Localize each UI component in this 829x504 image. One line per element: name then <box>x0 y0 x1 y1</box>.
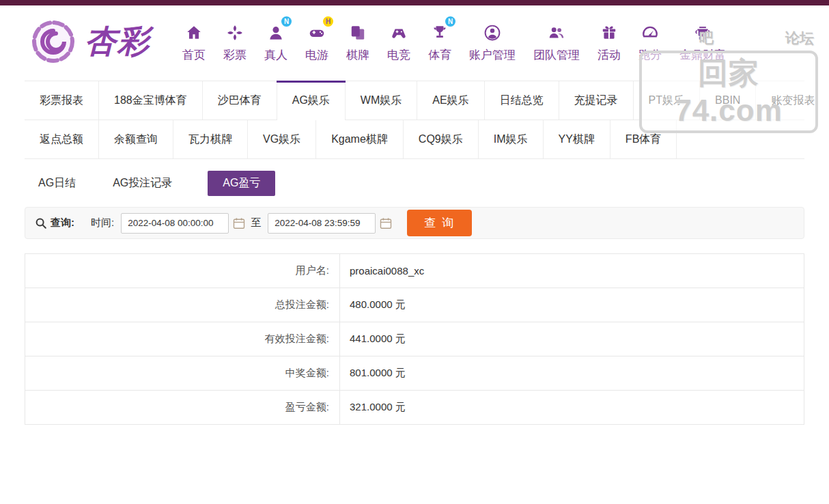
team-icon <box>547 20 566 45</box>
tab-item[interactable]: BBIN <box>700 81 756 120</box>
tab-item[interactable]: 瓦力棋牌 <box>173 120 248 158</box>
esports-controller-icon <box>389 20 408 45</box>
row-value: proaicai0088_xc <box>340 254 804 288</box>
row-label: 中奖金额: <box>25 356 340 391</box>
live-person-icon: N <box>267 20 285 45</box>
nav-item-lottery[interactable]: 彩票 <box>223 20 247 63</box>
table-row: 有效投注金额: 441.0000 元 <box>25 322 804 356</box>
subtab-ag-daily[interactable]: AG日结 <box>37 171 77 196</box>
new-badge: N <box>445 16 455 27</box>
nav-label: 活动 <box>598 47 621 63</box>
nav-label: 电竞 <box>387 47 410 63</box>
tab-item[interactable]: 余额查询 <box>99 120 173 158</box>
nav-label: 电游 <box>305 47 328 63</box>
nav-item-activity[interactable]: 活动 <box>598 20 621 63</box>
tab-item[interactable]: CQ9娱乐 <box>404 120 479 158</box>
gift-icon <box>600 20 618 45</box>
tab-item[interactable]: YY棋牌 <box>544 120 610 158</box>
table-row: 用户名: proaicai0088_xc <box>25 254 804 288</box>
nav-label: 真人 <box>264 47 287 63</box>
main-nav: 首页 彩票 N 真人 H 电游 棋牌 <box>173 20 817 63</box>
search-icon <box>35 217 47 229</box>
calendar-icon[interactable] <box>233 217 245 229</box>
query-submit-button[interactable]: 查 询 <box>407 210 472 236</box>
account-icon <box>483 20 501 45</box>
tab-item[interactable]: 账变报表 <box>756 81 829 120</box>
nav-item-sports[interactable]: N 体育 <box>428 20 451 63</box>
row-value: 321.0000 元 <box>340 391 804 425</box>
tab-row-1: 彩票报表 188金宝博体育 沙巴体育 AG娱乐 WM娱乐 AE娱乐 日结总览 充… <box>25 81 804 120</box>
nav-item-esports[interactable]: 电竞 <box>387 20 410 63</box>
report-tabbar: 彩票报表 188金宝博体育 沙巴体育 AG娱乐 WM娱乐 AE娱乐 日结总览 充… <box>25 81 804 159</box>
ag-subtabs: AG日结 AG投注记录 AG盈亏 <box>25 171 804 196</box>
table-row: 总投注金额: 480.0000 元 <box>25 288 804 322</box>
ag-profit-summary-table: 用户名: proaicai0088_xc 总投注金额: 480.0000 元 有… <box>25 253 804 425</box>
ding-cauldron-icon <box>693 20 712 45</box>
nav-item-egames[interactable]: H 电游 <box>305 20 328 63</box>
table-row: 盈亏金额: 321.0000 元 <box>25 391 804 425</box>
tab-item[interactable]: IM娱乐 <box>479 120 544 158</box>
tab-item[interactable]: FB体育 <box>610 120 677 158</box>
nav-item-wealth[interactable]: 金鼎财富 <box>679 20 726 63</box>
tab-item[interactable]: 返点总额 <box>25 120 99 158</box>
query-bar: 查询: 时间: 至 查 询 <box>25 207 804 239</box>
lottery-icon <box>226 20 244 45</box>
start-datetime-input[interactable] <box>121 213 229 234</box>
nav-label: 体育 <box>428 47 451 63</box>
row-label: 用户名: <box>25 254 340 288</box>
tab-item[interactable]: 188金宝博体育 <box>99 81 203 120</box>
site-logo[interactable]: 杏彩 <box>29 17 150 66</box>
nav-label: 团队管理 <box>533 47 580 63</box>
subtab-ag-bet-records[interactable]: AG投注记录 <box>111 171 173 196</box>
tab-item[interactable]: Kgame棋牌 <box>316 120 404 158</box>
tab-item[interactable]: 日结总览 <box>485 81 559 120</box>
hot-badge: H <box>323 16 333 27</box>
nav-item-paofen[interactable]: 跑分 <box>638 20 662 63</box>
nav-label: 账户管理 <box>469 47 516 63</box>
time-label: 时间: <box>91 216 114 229</box>
speedometer-icon <box>641 20 660 45</box>
query-label: 查询: <box>51 216 74 229</box>
home-icon <box>185 20 203 45</box>
site-header: 杏彩 首页 彩票 N 真人 H 电游 <box>0 5 829 81</box>
nav-item-home[interactable]: 首页 <box>182 20 206 63</box>
nav-label: 棋牌 <box>346 47 369 63</box>
table-row: 中奖金额: 801.0000 元 <box>25 356 804 391</box>
row-value: 441.0000 元 <box>340 322 804 356</box>
row-label: 总投注金额: <box>25 288 340 322</box>
egame-gamepad-icon: H <box>307 20 326 45</box>
tab-item[interactable]: PT娱乐 <box>634 81 700 120</box>
row-value: 480.0000 元 <box>340 288 804 322</box>
row-value: 801.0000 元 <box>340 356 804 391</box>
sports-trophy-icon: N <box>431 20 449 45</box>
subtab-ag-profit-loss[interactable]: AG盈亏 <box>208 171 275 196</box>
main-content: 彩票报表 188金宝博体育 沙巴体育 AG娱乐 WM娱乐 AE娱乐 日结总览 充… <box>0 81 829 425</box>
tab-row-2: 返点总额 余额查询 瓦力棋牌 VG娱乐 Kgame棋牌 CQ9娱乐 IM娱乐 Y… <box>25 120 804 159</box>
tab-item-active-ag[interactable]: AG娱乐 <box>277 81 346 120</box>
end-datetime-input[interactable] <box>268 213 376 234</box>
tab-item[interactable]: 彩票报表 <box>25 81 99 120</box>
tab-item[interactable]: VG娱乐 <box>248 120 316 158</box>
tab-item[interactable]: 充提记录 <box>559 81 634 120</box>
new-badge: N <box>281 16 292 27</box>
nav-item-team-mgmt[interactable]: 团队管理 <box>533 20 580 63</box>
nav-item-chess[interactable]: 棋牌 <box>346 20 369 63</box>
tab-item[interactable]: AE娱乐 <box>417 81 484 120</box>
to-label: 至 <box>251 216 261 229</box>
row-label: 盈亏金额: <box>25 391 340 425</box>
row-label: 有效投注金额: <box>25 322 340 356</box>
calendar-icon[interactable] <box>380 217 392 229</box>
chess-cards-icon <box>349 20 367 45</box>
top-strip <box>0 0 829 5</box>
logo-text: 杏彩 <box>85 20 150 63</box>
logo-flower-icon <box>29 17 78 66</box>
tab-item[interactable]: 沙巴体育 <box>203 81 277 120</box>
nav-label: 首页 <box>182 47 206 63</box>
nav-item-account-mgmt[interactable]: 账户管理 <box>469 20 516 63</box>
nav-item-live[interactable]: N 真人 <box>264 20 287 63</box>
nav-label: 彩票 <box>223 47 247 63</box>
tab-item[interactable]: WM娱乐 <box>346 81 417 120</box>
nav-label: 金鼎财富 <box>679 47 726 63</box>
nav-label: 跑分 <box>638 47 662 63</box>
